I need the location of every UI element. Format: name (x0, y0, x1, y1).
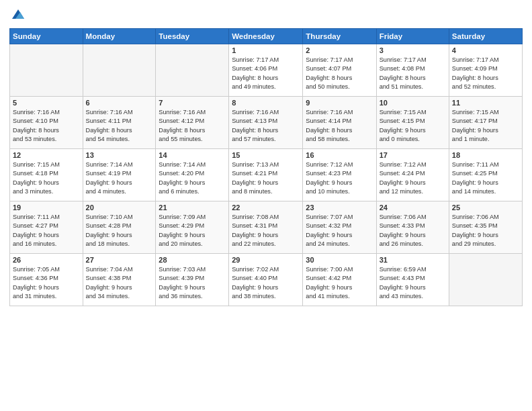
calendar-header-saturday: Saturday (449, 29, 522, 44)
day-number: 23 (306, 203, 373, 212)
calendar-cell: 4Sunrise: 7:17 AMSunset: 4:09 PMDaylight… (449, 44, 522, 97)
day-number: 13 (86, 151, 153, 159)
day-info: Sunrise: 7:17 AMSunset: 4:08 PMDaylight:… (380, 56, 446, 91)
day-info: Sunrise: 7:14 AMSunset: 4:19 PMDaylight:… (86, 161, 153, 196)
day-number: 15 (232, 151, 300, 159)
calendar-cell: 18Sunrise: 7:11 AMSunset: 4:25 PMDayligh… (449, 149, 522, 201)
logo (9, 7, 26, 24)
day-number: 7 (159, 99, 226, 107)
calendar-header-friday: Friday (376, 29, 449, 44)
calendar-cell (83, 44, 156, 97)
day-info: Sunrise: 7:17 AMSunset: 4:09 PMDaylight:… (452, 56, 519, 91)
calendar-cell: 6Sunrise: 7:16 AMSunset: 4:11 PMDaylight… (83, 97, 156, 149)
day-info: Sunrise: 7:08 AMSunset: 4:31 PMDaylight:… (232, 213, 300, 248)
day-number: 3 (380, 46, 446, 54)
calendar-week-row: 5Sunrise: 7:16 AMSunset: 4:10 PMDaylight… (10, 97, 523, 149)
day-number: 19 (13, 203, 80, 212)
calendar-cell: 19Sunrise: 7:11 AMSunset: 4:27 PMDayligh… (10, 201, 83, 254)
day-number: 10 (380, 99, 446, 107)
day-info: Sunrise: 7:15 AMSunset: 4:17 PMDaylight:… (452, 108, 519, 144)
calendar-cell: 14Sunrise: 7:14 AMSunset: 4:20 PMDayligh… (156, 149, 229, 201)
day-info: Sunrise: 7:10 AMSunset: 4:28 PMDaylight:… (86, 213, 153, 248)
day-info: Sunrise: 7:16 AMSunset: 4:13 PMDaylight:… (232, 108, 300, 144)
calendar-cell (10, 44, 83, 97)
calendar-cell: 26Sunrise: 7:05 AMSunset: 4:36 PMDayligh… (10, 254, 83, 306)
calendar-cell: 3Sunrise: 7:17 AMSunset: 4:08 PMDaylight… (376, 44, 449, 97)
calendar-week-row: 26Sunrise: 7:05 AMSunset: 4:36 PMDayligh… (10, 254, 523, 306)
day-info: Sunrise: 7:11 AMSunset: 4:27 PMDaylight:… (13, 213, 80, 248)
day-info: Sunrise: 7:12 AMSunset: 4:24 PMDaylight:… (380, 161, 446, 196)
day-number: 4 (452, 46, 519, 54)
calendar-cell: 10Sunrise: 7:15 AMSunset: 4:15 PMDayligh… (376, 97, 449, 149)
calendar-cell: 13Sunrise: 7:14 AMSunset: 4:19 PMDayligh… (83, 149, 156, 201)
day-number: 2 (306, 46, 373, 54)
calendar-cell: 11Sunrise: 7:15 AMSunset: 4:17 PMDayligh… (449, 97, 522, 149)
calendar-cell: 17Sunrise: 7:12 AMSunset: 4:24 PMDayligh… (376, 149, 449, 201)
day-info: Sunrise: 7:06 AMSunset: 4:35 PMDaylight:… (452, 213, 519, 248)
day-info: Sunrise: 7:17 AMSunset: 4:07 PMDaylight:… (306, 56, 373, 91)
calendar-cell: 22Sunrise: 7:08 AMSunset: 4:31 PMDayligh… (229, 201, 303, 254)
day-number: 28 (159, 256, 226, 264)
day-info: Sunrise: 7:13 AMSunset: 4:21 PMDaylight:… (232, 161, 300, 196)
day-number: 8 (232, 99, 300, 107)
day-info: Sunrise: 7:00 AMSunset: 4:42 PMDaylight:… (306, 265, 373, 301)
day-number: 6 (86, 99, 153, 107)
calendar-cell: 2Sunrise: 7:17 AMSunset: 4:07 PMDaylight… (303, 44, 376, 97)
day-info: Sunrise: 7:11 AMSunset: 4:25 PMDaylight:… (452, 161, 519, 196)
calendar-cell: 25Sunrise: 7:06 AMSunset: 4:35 PMDayligh… (449, 201, 522, 254)
day-info: Sunrise: 7:06 AMSunset: 4:33 PMDaylight:… (380, 213, 446, 248)
day-info: Sunrise: 7:16 AMSunset: 4:11 PMDaylight:… (86, 108, 153, 144)
day-number: 27 (86, 256, 153, 264)
day-info: Sunrise: 7:14 AMSunset: 4:20 PMDaylight:… (159, 161, 226, 196)
calendar-week-row: 1Sunrise: 7:17 AMSunset: 4:06 PMDaylight… (10, 44, 523, 97)
day-number: 18 (452, 151, 519, 159)
day-info: Sunrise: 7:07 AMSunset: 4:32 PMDaylight:… (306, 213, 373, 248)
calendar-header-wednesday: Wednesday (229, 29, 303, 44)
calendar-cell: 9Sunrise: 7:16 AMSunset: 4:14 PMDaylight… (303, 97, 376, 149)
day-info: Sunrise: 7:03 AMSunset: 4:39 PMDaylight:… (159, 265, 226, 301)
day-info: Sunrise: 7:15 AMSunset: 4:18 PMDaylight:… (13, 161, 80, 196)
logo-icon (11, 7, 26, 21)
calendar-cell: 24Sunrise: 7:06 AMSunset: 4:33 PMDayligh… (376, 201, 449, 254)
calendar-cell: 15Sunrise: 7:13 AMSunset: 4:21 PMDayligh… (229, 149, 303, 201)
day-info: Sunrise: 7:02 AMSunset: 4:40 PMDaylight:… (232, 265, 300, 301)
day-number: 30 (306, 256, 373, 264)
day-info: Sunrise: 7:05 AMSunset: 4:36 PMDaylight:… (13, 265, 80, 301)
logo-text (9, 7, 26, 24)
day-number: 16 (306, 151, 373, 159)
calendar-cell: 16Sunrise: 7:12 AMSunset: 4:23 PMDayligh… (303, 149, 376, 201)
day-info: Sunrise: 7:16 AMSunset: 4:10 PMDaylight:… (13, 108, 80, 144)
calendar-cell: 31Sunrise: 6:59 AMSunset: 4:43 PMDayligh… (376, 254, 449, 306)
day-info: Sunrise: 7:04 AMSunset: 4:38 PMDaylight:… (86, 265, 153, 301)
day-info: Sunrise: 7:15 AMSunset: 4:15 PMDaylight:… (380, 108, 446, 144)
day-number: 31 (380, 256, 446, 264)
day-number: 22 (232, 203, 300, 212)
calendar-week-row: 19Sunrise: 7:11 AMSunset: 4:27 PMDayligh… (10, 201, 523, 254)
day-number: 25 (452, 203, 519, 212)
header (9, 7, 523, 24)
calendar-cell: 7Sunrise: 7:16 AMSunset: 4:12 PMDaylight… (156, 97, 229, 149)
calendar-header-tuesday: Tuesday (156, 29, 229, 44)
day-number: 21 (159, 203, 226, 212)
day-number: 1 (232, 46, 300, 54)
calendar-header-row: SundayMondayTuesdayWednesdayThursdayFrid… (10, 29, 523, 44)
calendar-cell: 30Sunrise: 7:00 AMSunset: 4:42 PMDayligh… (303, 254, 376, 306)
calendar-week-row: 12Sunrise: 7:15 AMSunset: 4:18 PMDayligh… (10, 149, 523, 201)
day-number: 20 (86, 203, 153, 212)
calendar-cell: 27Sunrise: 7:04 AMSunset: 4:38 PMDayligh… (83, 254, 156, 306)
calendar-cell (449, 254, 522, 306)
day-number: 14 (159, 151, 226, 159)
day-number: 26 (13, 256, 80, 264)
day-info: Sunrise: 7:17 AMSunset: 4:06 PMDaylight:… (232, 56, 300, 91)
day-info: Sunrise: 7:16 AMSunset: 4:12 PMDaylight:… (159, 108, 226, 144)
day-number: 11 (452, 99, 519, 107)
day-number: 9 (306, 99, 373, 107)
day-info: Sunrise: 7:09 AMSunset: 4:29 PMDaylight:… (159, 213, 226, 248)
day-number: 24 (380, 203, 446, 212)
calendar-cell: 5Sunrise: 7:16 AMSunset: 4:10 PMDaylight… (10, 97, 83, 149)
calendar-table: SundayMondayTuesdayWednesdayThursdayFrid… (9, 28, 523, 306)
day-info: Sunrise: 6:59 AMSunset: 4:43 PMDaylight:… (380, 265, 446, 301)
day-number: 5 (13, 99, 80, 107)
calendar-cell: 20Sunrise: 7:10 AMSunset: 4:28 PMDayligh… (83, 201, 156, 254)
day-number: 12 (13, 151, 80, 159)
